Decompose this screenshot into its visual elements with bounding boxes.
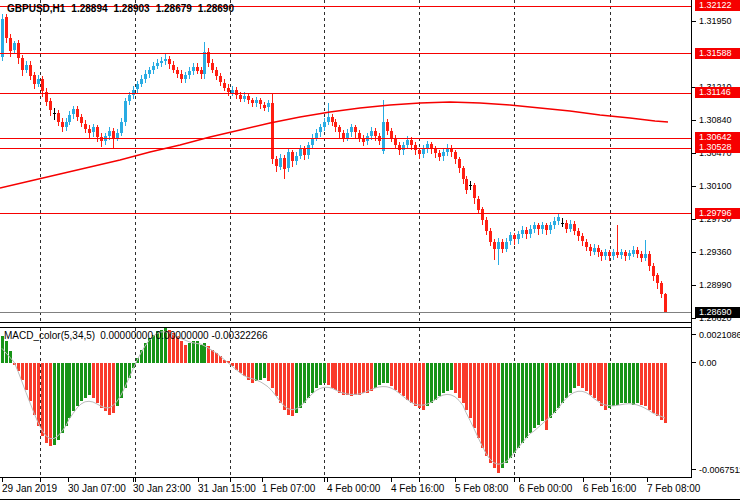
macd-histogram-bar — [319, 363, 322, 385]
macd-histogram-bar — [303, 363, 306, 403]
candle — [327, 117, 330, 122]
macd-histogram-bar — [227, 361, 230, 363]
candle — [628, 253, 631, 256]
candle — [541, 225, 544, 229]
time-tick-label: 6 Feb 16:00 — [583, 483, 636, 494]
candle — [1, 19, 4, 57]
candle — [660, 283, 663, 294]
day-separator — [230, 328, 231, 477]
macd-histogram-bar — [124, 363, 127, 388]
macd-histogram-bar — [458, 363, 461, 398]
macd-histogram-bar — [80, 363, 83, 401]
macd-histogram-bar — [49, 363, 52, 446]
candle — [37, 79, 40, 84]
candle — [589, 247, 592, 251]
macd-histogram-bar — [21, 363, 24, 380]
time-tick-label: 7 Feb 08:00 — [647, 483, 700, 494]
candle — [263, 105, 266, 108]
macd-histogram-bar — [442, 363, 445, 393]
candle — [180, 74, 183, 79]
macd-histogram-bar — [505, 363, 508, 463]
macd-histogram-bar — [402, 363, 405, 396]
macd-histogram-bar — [45, 363, 48, 443]
macd-histogram-bar — [275, 363, 278, 396]
candle — [593, 248, 596, 252]
macd-histogram-bar — [374, 363, 377, 388]
macd-histogram-bar — [652, 363, 655, 413]
macd-histogram-bar — [247, 363, 250, 380]
candle — [458, 159, 461, 168]
mt4-chart-window: { "header": { "symbol": "GBPUSD,H1", "op… — [0, 0, 740, 500]
macd-histogram-bar — [577, 363, 580, 386]
price-tick-label: 1.28990 — [699, 280, 732, 290]
time-axis[interactable]: 29 Jan 201930 Jan 07:0030 Jan 23:0031 Ja… — [0, 478, 740, 500]
day-separator — [324, 328, 325, 477]
macd-histogram-bar — [525, 363, 528, 438]
candle — [259, 100, 262, 104]
candle — [569, 224, 572, 229]
price-axis[interactable]: 1.319501.312101.308401.304701.301001.297… — [691, 0, 740, 478]
candle — [509, 235, 512, 241]
macd-histogram-bar — [370, 363, 373, 391]
candle — [406, 140, 409, 145]
resistance-line[interactable] — [0, 53, 691, 54]
candle — [156, 63, 159, 66]
candle — [465, 179, 468, 190]
candle — [513, 235, 516, 239]
day-separator — [324, 0, 325, 322]
candle — [612, 252, 615, 256]
close-value: 1.28690 — [198, 3, 234, 14]
macd-histogram-bar — [529, 363, 532, 433]
time-tick — [419, 478, 420, 482]
macd-histogram-bar — [116, 363, 119, 406]
current-price-line — [0, 312, 691, 313]
high-value: 1.28903 — [114, 3, 150, 14]
candle — [505, 242, 508, 249]
candle — [275, 159, 278, 166]
macd-histogram-bar — [430, 363, 433, 403]
candle — [184, 75, 187, 79]
time-tick — [230, 478, 231, 482]
macd-histogram-bar — [72, 363, 75, 411]
macd-histogram-bar — [549, 363, 552, 418]
price-level-badge: 1.31588 — [695, 48, 740, 59]
candle — [65, 122, 68, 127]
macd-histogram-bar — [366, 363, 369, 393]
candle — [529, 229, 532, 234]
candle — [49, 101, 52, 110]
candle — [561, 223, 564, 224]
macd-histogram-bar — [76, 363, 79, 406]
time-tick-label: 30 Jan 07:00 — [68, 483, 126, 494]
day-separator — [135, 328, 136, 477]
resistance-line[interactable] — [0, 93, 691, 94]
candle — [624, 252, 627, 256]
macd-histogram-bar — [644, 363, 647, 406]
candle — [192, 67, 195, 71]
macd-indicator-pane[interactable] — [0, 327, 691, 478]
macd-histogram-bar — [481, 363, 484, 448]
macd-histogram-bar — [382, 363, 385, 383]
main-chart-pane[interactable] — [0, 0, 691, 323]
resistance-line[interactable] — [0, 138, 691, 139]
macd-histogram-bar — [469, 363, 472, 418]
resistance-line[interactable] — [0, 148, 691, 149]
candle — [247, 96, 250, 100]
macd-axis-tick — [692, 362, 696, 363]
resistance-line[interactable] — [0, 213, 691, 214]
candle — [354, 127, 357, 132]
time-tick — [2, 478, 3, 482]
candle-wick — [54, 108, 55, 120]
macd-histogram-bar — [279, 363, 282, 403]
time-tick — [391, 478, 392, 482]
macd-header: MACD_color(5,34,5)0.00000000 0.00000000 … — [4, 330, 273, 341]
macd-indicator-label: MACD_color(5,34,5) — [4, 330, 95, 341]
macd-histogram-bar — [211, 350, 214, 363]
macd-axis-tick — [692, 334, 696, 335]
macd-axis-tick — [692, 469, 696, 470]
candle — [334, 122, 337, 127]
candle — [525, 230, 528, 234]
candle — [299, 149, 302, 156]
macd-histogram-bar — [620, 363, 623, 403]
macd-histogram-bar — [120, 363, 123, 398]
candle — [454, 152, 457, 159]
